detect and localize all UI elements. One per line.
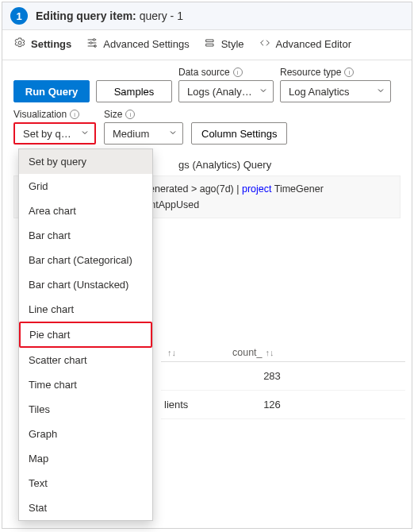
resource-type-value: Log Analytics: [289, 86, 350, 98]
sort-icon: ↑↓: [167, 348, 176, 357]
column-settings-button[interactable]: Column Settings: [191, 122, 287, 145]
data-source-value: Logs (Analy…: [187, 86, 252, 98]
viz-option-grid[interactable]: Grid: [19, 174, 152, 199]
visualization-value: Set by q…: [23, 128, 71, 140]
visualization-menu: Set by query Grid Area chart Bar chart B…: [18, 148, 153, 521]
size-value: Medium: [113, 128, 149, 140]
chevron-down-icon: [376, 86, 385, 98]
tab-advanced-settings[interactable]: Advanced Settings: [86, 37, 189, 55]
code-text: TimeGener: [272, 183, 324, 195]
tab-settings[interactable]: Settings: [13, 37, 71, 55]
viz-option-set-by-query[interactable]: Set by query: [19, 149, 152, 174]
style-icon: [204, 37, 217, 52]
tab-style-label: Style: [221, 38, 244, 50]
samples-button[interactable]: Samples: [96, 80, 172, 102]
table-cell: 126: [232, 399, 312, 411]
svg-point-2: [90, 42, 93, 44]
header-title-qname: query - 1: [140, 10, 183, 22]
gear-icon: [13, 37, 26, 52]
table-col-header[interactable]: count_↑↓: [232, 347, 312, 358]
tab-settings-label: Settings: [31, 38, 71, 50]
viz-option-bar-chart-categorical[interactable]: Bar chart (Categorical): [19, 248, 152, 272]
sort-icon: ↑↓: [266, 348, 274, 357]
table-cell: [161, 370, 232, 382]
info-icon: i: [70, 110, 79, 119]
table-cell: lients: [161, 399, 232, 411]
viz-option-map[interactable]: Map: [19, 446, 152, 471]
info-icon: i: [125, 110, 135, 119]
tab-advanced-editor[interactable]: Advanced Editor: [259, 37, 351, 55]
header-title: Editing query item: query - 1: [36, 10, 183, 22]
data-source-dropdown[interactable]: Logs (Analy…: [178, 80, 274, 102]
tab-style[interactable]: Style: [204, 37, 244, 55]
viz-option-graph[interactable]: Graph: [19, 422, 152, 446]
tab-row: Settings Advanced Settings Style Advance…: [2, 30, 412, 60]
chevron-down-icon: [80, 128, 90, 140]
table-col-header[interactable]: ↑↓: [161, 347, 232, 358]
run-query-button[interactable]: Run Query: [13, 80, 90, 102]
code-keyword: project: [242, 183, 272, 195]
code-icon: [259, 37, 271, 52]
viz-option-bar-chart[interactable]: Bar chart: [19, 223, 152, 248]
chevron-down-icon: [168, 128, 178, 140]
viz-option-line-chart[interactable]: Line chart: [19, 297, 152, 322]
step-badge: 1: [10, 7, 28, 25]
tab-advanced-settings-label: Advanced Settings: [103, 38, 189, 50]
info-icon: i: [344, 67, 354, 77]
chevron-down-icon: [259, 86, 268, 98]
svg-point-0: [18, 41, 21, 44]
resource-type-label: Resource typei: [280, 67, 391, 78]
results-table: ↑↓ count_↑↓ 283 lients 126: [161, 344, 405, 419]
editor-header: 1 Editing query item: query - 1: [2, 2, 412, 30]
data-source-label: Data sourcei: [178, 67, 274, 78]
size-dropdown[interactable]: Medium: [104, 122, 183, 145]
info-icon: i: [233, 67, 243, 77]
resource-type-dropdown[interactable]: Log Analytics: [280, 80, 391, 102]
table-row: lients 126: [161, 391, 405, 419]
svg-point-1: [94, 39, 96, 41]
size-label: Sizei: [104, 109, 183, 120]
viz-option-pie-chart[interactable]: Pie chart: [19, 322, 152, 348]
viz-option-text[interactable]: Text: [19, 471, 152, 495]
viz-option-bar-chart-unstacked[interactable]: Bar chart (Unstacked): [19, 272, 152, 297]
visualization-dropdown[interactable]: Set by q…: [13, 122, 96, 145]
tab-advanced-editor-label: Advanced Editor: [276, 38, 351, 50]
viz-option-time-chart[interactable]: Time chart: [19, 372, 152, 397]
viz-option-tiles[interactable]: Tiles: [19, 397, 152, 422]
sliders-icon: [86, 37, 98, 52]
viz-option-stat[interactable]: Stat: [19, 495, 152, 520]
table-row: 283: [161, 362, 405, 391]
visualization-label: Visualizationi: [13, 109, 96, 120]
controls-area: Run Query Samples Data sourcei Logs (Ana…: [2, 60, 412, 145]
viz-option-area-chart[interactable]: Area chart: [19, 199, 152, 223]
table-cell: 283: [232, 370, 312, 382]
header-title-prefix: Editing query item:: [36, 10, 140, 22]
viz-option-scatter-chart[interactable]: Scatter chart: [19, 348, 152, 372]
